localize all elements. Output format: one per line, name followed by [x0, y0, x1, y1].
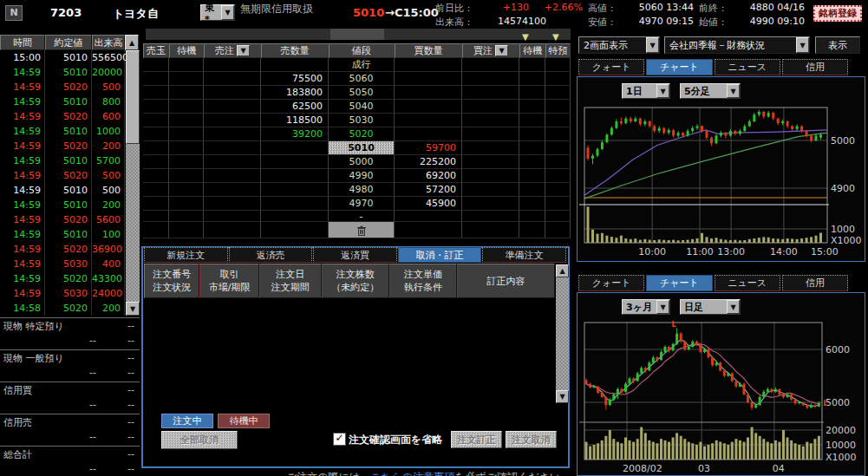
chevron-down-icon[interactable]: ▼	[796, 37, 809, 53]
price-cell[interactable]: 5010	[329, 141, 395, 155]
panel2-tab-3[interactable]: 信用	[782, 275, 848, 291]
order-tab-1[interactable]: 返済売	[229, 247, 313, 263]
stock-name: トヨタ自	[113, 6, 159, 22]
price-cell[interactable]: 5040	[329, 100, 395, 114]
buy-qty-cell[interactable]: 57200	[395, 183, 462, 197]
account-section-label: 総合計	[3, 448, 32, 461]
tape-row: 14:595010800	[0, 95, 126, 109]
amend-order-button[interactable]: 注文訂正	[451, 431, 502, 448]
buy-qty-cell[interactable]: 69200	[395, 169, 462, 183]
quote-summary: 前日比： +130 +2.66% 高値： 5060 13:44 前終： 4880…	[434, 2, 811, 28]
board-cell	[395, 211, 462, 222]
standby-marker-icon: ▼	[522, 32, 529, 42]
price-cell[interactable]: 4970	[329, 197, 395, 211]
board-row: 501059700	[143, 141, 571, 155]
price-cell[interactable]: 5060	[329, 72, 395, 86]
price-cell[interactable]: -	[329, 211, 395, 222]
cancel-order-button[interactable]: 注文取消	[506, 431, 557, 448]
panel1-tab-1[interactable]: チャート	[646, 59, 712, 75]
account-value: --	[127, 384, 134, 397]
change-label: 前日比：	[435, 2, 473, 15]
order-tab-3[interactable]: 取消・訂正	[398, 247, 482, 263]
price-cell[interactable]: 成行	[329, 58, 395, 72]
tape-row: 14:59501020000	[0, 65, 126, 80]
waiting-status-button[interactable]: 待機中	[218, 414, 270, 428]
high-label: 高値：	[588, 2, 617, 15]
panel2-tab-0[interactable]: クォート	[578, 275, 644, 291]
chevron-down-icon[interactable]: ▼	[221, 5, 234, 20]
chevron-down-icon[interactable]: ▼	[646, 37, 659, 53]
tape-scroll-down-button[interactable]: ▼	[126, 302, 140, 316]
sell-qty-cell[interactable]: 62500	[261, 100, 329, 114]
account-section: 現物 一般預り------	[0, 349, 140, 381]
sell-qty-cell[interactable]: 39200	[261, 127, 329, 141]
svg-text:L: L	[823, 400, 827, 408]
order-scroll-up-button[interactable]: ▲	[556, 264, 569, 277]
info-select[interactable]: 会社四季報－財務状況 ▼	[664, 36, 810, 54]
panel1-tab-0[interactable]: クォート	[578, 59, 644, 75]
market-select[interactable]: 東* ▼	[200, 4, 235, 21]
order-tab-0[interactable]: 新規注文	[144, 247, 228, 263]
cancel-all-button[interactable]: 全部取消	[161, 431, 238, 449]
clear-board-cell[interactable]	[329, 222, 395, 238]
tape-row: 14:595020500	[0, 168, 126, 183]
panel2-tab-2[interactable]: ニュース	[715, 275, 780, 291]
board-cell	[261, 155, 329, 169]
trash-icon	[356, 225, 367, 237]
buy-qty-cell[interactable]: 45900	[395, 197, 462, 211]
prev-close-label: 前終：	[699, 2, 728, 15]
tape-header-time: 時間	[0, 35, 45, 50]
show-button[interactable]: 表示	[815, 36, 860, 54]
trading-app-window: N 7203 トヨタ自 東* ▼ 無期限信用取扱 5010 →C15:00 前日…	[0, 0, 868, 476]
order-col-header-2: 注文日注文期間	[259, 264, 322, 298]
order-tab-4[interactable]: 準備注文	[482, 247, 566, 263]
price-cell[interactable]: 5030	[329, 114, 395, 127]
footer-note-link[interactable]: こちらの注意事項	[370, 471, 454, 476]
sell-qty-cell[interactable]: 118500	[261, 114, 329, 127]
svg-text:14:00: 14:00	[770, 246, 798, 258]
board-cell	[545, 114, 571, 127]
price-cell[interactable]: 5050	[329, 86, 395, 100]
tape-scroll-up-button[interactable]: ▲	[125, 35, 139, 50]
price-cell[interactable]: 5000	[329, 155, 395, 169]
buy-qty-cell[interactable]: 59700	[395, 141, 462, 155]
board-cell	[519, 127, 545, 141]
panel1-tabs: クォートチャートニュース信用	[578, 59, 848, 75]
tape-scrollbar-thumb[interactable]	[126, 50, 140, 144]
credit-type-label: 無期限信用取扱	[240, 2, 313, 16]
board-cell	[545, 183, 571, 197]
account-value: --	[44, 399, 96, 410]
order-tab-2[interactable]: 返済買	[313, 247, 397, 263]
board-cell	[204, 127, 261, 141]
register-symbol-button[interactable]: 銘柄登録	[813, 5, 862, 22]
board-cell	[143, 141, 169, 155]
board-row: -	[143, 211, 571, 222]
board-cell	[204, 197, 261, 211]
price-cell[interactable]: 4990	[329, 169, 395, 183]
price-cell[interactable]: 5020	[329, 127, 395, 141]
price-cell[interactable]: 4980	[329, 183, 395, 197]
panel2-tab-1[interactable]: チャート	[646, 275, 712, 291]
sell-qty-cell[interactable]: 75500	[261, 72, 329, 86]
board-top-strip-center	[330, 29, 384, 40]
account-section: 信用売------	[0, 414, 140, 446]
board-cell	[169, 222, 204, 238]
chevron-down-icon[interactable]: ▼	[495, 45, 508, 56]
ordering-status-button[interactable]: 注文中	[161, 414, 213, 428]
order-col-header-1: 取引市場/期限	[199, 264, 258, 298]
board-cell	[204, 114, 261, 127]
account-value: --	[96, 463, 134, 474]
screen-mode-select[interactable]: 2画面表示 ▼	[578, 36, 660, 54]
board-top-strip-right	[384, 29, 571, 40]
panel1-tab-3[interactable]: 信用	[782, 59, 848, 75]
buy-qty-cell[interactable]: 225200	[395, 155, 462, 169]
tape-row: 14:595020600	[0, 109, 126, 124]
board-cell	[169, 211, 204, 222]
skip-confirm-checkbox[interactable]: ✓	[333, 433, 346, 446]
panel1-tab-2[interactable]: ニュース	[715, 59, 780, 75]
order-scroll-down-button[interactable]: ▼	[556, 390, 569, 403]
change-pct: +2.66%	[538, 2, 583, 13]
chevron-down-icon[interactable]: ▼	[237, 45, 250, 56]
sell-qty-cell[interactable]: 183800	[261, 86, 329, 100]
order-scrollbar-track[interactable]	[556, 277, 569, 390]
